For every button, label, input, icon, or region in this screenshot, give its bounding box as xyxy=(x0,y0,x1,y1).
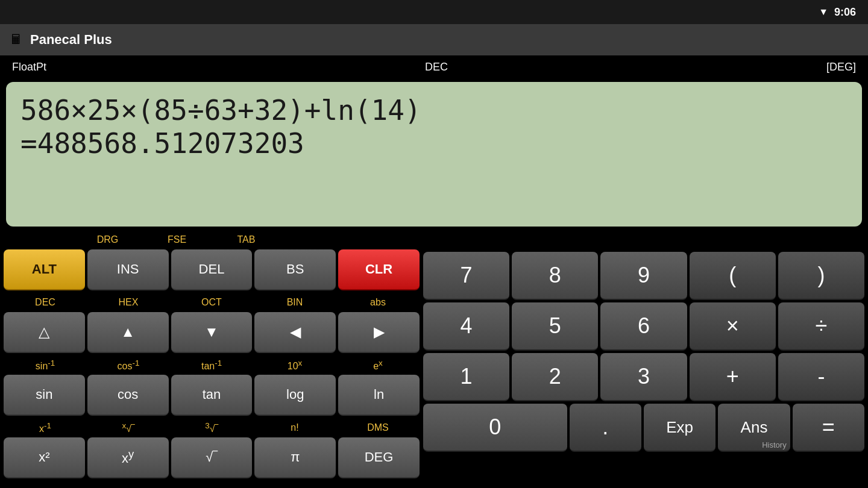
label-row-1: DEC HEX OCT BIN abs xyxy=(4,293,420,312)
up-open-label: △ xyxy=(39,324,49,340)
xy-button[interactable]: xy xyxy=(87,437,169,478)
sqrt-button[interactable]: √‾ xyxy=(171,437,253,478)
calc-area: DRG FSE TAB ALT INS DEL BS CLR DEC HEX O… xyxy=(0,230,868,481)
label-oct: OCT xyxy=(170,297,253,308)
label-4: 4 xyxy=(461,313,473,339)
label-5: 5 xyxy=(549,313,561,339)
btn-rparen[interactable]: ) xyxy=(778,252,864,300)
sqrt-label: √‾ xyxy=(206,449,217,465)
label-abs: abs xyxy=(336,297,420,308)
btn-2[interactable]: 2 xyxy=(512,353,598,401)
label-3root: 3√‾ xyxy=(170,421,253,434)
cos-button[interactable]: cos xyxy=(87,375,169,416)
btn-row-3: x² xy √‾ π DEG xyxy=(4,437,420,478)
ins-button[interactable]: INS xyxy=(87,249,169,290)
btn-minus[interactable]: - xyxy=(778,353,864,401)
clr-button[interactable]: CLR xyxy=(338,249,420,290)
label-ans: Ans xyxy=(741,418,768,437)
log-button[interactable]: log xyxy=(254,375,336,416)
label-tab: TAB xyxy=(212,234,281,245)
label-multiply: × xyxy=(726,313,739,339)
right-label: ▶ xyxy=(374,324,385,340)
btn-0[interactable]: 0 xyxy=(423,404,567,452)
x2-label: x² xyxy=(39,449,49,465)
label-cos-inv: cos-1 xyxy=(87,358,170,372)
label-0: 0 xyxy=(489,414,501,440)
pi-button[interactable]: π xyxy=(254,437,336,478)
label-7: 7 xyxy=(461,263,473,288)
bs-button[interactable]: BS xyxy=(254,249,336,290)
wifi-icon: ▼ xyxy=(819,7,828,17)
btn-dot[interactable]: . xyxy=(570,404,641,452)
label-bin: BIN xyxy=(253,297,336,308)
up-label: ▲ xyxy=(121,324,135,340)
cos-label: cos xyxy=(118,387,138,402)
btn-exp[interactable]: Exp xyxy=(644,404,715,452)
btn-1[interactable]: 1 xyxy=(423,353,509,401)
left-button[interactable]: ◀ xyxy=(254,312,336,353)
sin-button[interactable]: sin xyxy=(4,375,85,416)
tan-button[interactable]: tan xyxy=(171,375,253,416)
label-dms: DMS xyxy=(336,422,420,433)
sin-label: sin xyxy=(36,387,52,402)
label-row-2: sin-1 cos-1 tan-1 10x ex xyxy=(4,355,420,375)
btn-5[interactable]: 5 xyxy=(512,302,598,351)
mode-floatpt: FloatPt xyxy=(12,61,46,74)
pi-label: π xyxy=(291,449,300,465)
label-equals: = xyxy=(822,414,835,440)
label-xroot: x√‾ xyxy=(87,421,170,434)
title-bar: 🖩 Panecal Plus xyxy=(0,24,868,55)
log-label: log xyxy=(286,387,304,402)
up-open-button[interactable]: △ xyxy=(4,312,85,353)
btn-ans[interactable]: Ans History xyxy=(718,404,790,452)
btn-7[interactable]: 7 xyxy=(423,252,509,300)
label-9: 9 xyxy=(638,263,650,288)
btn-multiply[interactable]: × xyxy=(690,302,776,351)
btn-divide[interactable]: ÷ xyxy=(778,302,864,351)
label-tan-inv: tan-1 xyxy=(170,358,253,372)
label-plus: + xyxy=(726,364,739,389)
btn-4[interactable]: 4 xyxy=(423,302,509,351)
deg-label: DEG xyxy=(365,449,394,465)
down-button[interactable]: ▼ xyxy=(171,312,253,353)
time-display: 9:06 xyxy=(834,6,856,19)
btn-plus[interactable]: + xyxy=(690,353,776,401)
btn-equals[interactable]: = xyxy=(793,404,864,452)
label-ex: ex xyxy=(336,358,420,372)
x2-button[interactable]: x² xyxy=(4,437,85,478)
btn-6[interactable]: 6 xyxy=(600,302,687,351)
label-1: 1 xyxy=(461,364,473,389)
label-8: 8 xyxy=(549,263,561,288)
ln-label: ln xyxy=(374,387,384,402)
btn-8[interactable]: 8 xyxy=(512,252,598,300)
del-button[interactable]: DEL xyxy=(171,249,253,290)
alt-button[interactable]: ALT xyxy=(4,249,85,290)
label-divide: ÷ xyxy=(816,313,828,339)
calculator-display: 586×25×(85÷63+32)+ln(14) =488568.5120732… xyxy=(6,82,862,227)
label-nfact: n! xyxy=(253,422,336,433)
right-button[interactable]: ▶ xyxy=(338,312,420,353)
btn-row-2: sin cos tan log ln xyxy=(4,375,420,416)
left-panel: DRG FSE TAB ALT INS DEL BS CLR DEC HEX O… xyxy=(4,230,420,481)
ln-button[interactable]: ln xyxy=(338,375,420,416)
display-result: =488568.512073203 xyxy=(20,127,848,160)
alt-label: ALT xyxy=(32,261,57,277)
display-expression: 586×25×(85÷63+32)+ln(14) xyxy=(20,94,848,127)
mode-bar: FloatPt DEC [DEG] xyxy=(0,55,868,78)
app-icon: 🖩 xyxy=(10,32,23,48)
num-row-1: 4 5 6 × ÷ xyxy=(423,302,864,351)
status-bar: ▼ 9:06 xyxy=(0,0,868,24)
label-xinv: x-1 xyxy=(4,421,87,434)
mode-dec: DEC xyxy=(425,61,448,74)
label-10x: 10x xyxy=(253,358,336,372)
btn-lparen[interactable]: ( xyxy=(690,252,776,300)
label-6: 6 xyxy=(638,313,650,339)
btn-3[interactable]: 3 xyxy=(600,353,687,401)
label-2: 2 xyxy=(549,364,561,389)
btn-9[interactable]: 9 xyxy=(600,252,687,300)
label-sin-inv: sin-1 xyxy=(4,358,87,372)
label-dot: . xyxy=(602,414,608,440)
up-button[interactable]: ▲ xyxy=(87,312,169,353)
deg-button[interactable]: DEG xyxy=(338,437,420,478)
label-rparen: ) xyxy=(817,263,825,288)
